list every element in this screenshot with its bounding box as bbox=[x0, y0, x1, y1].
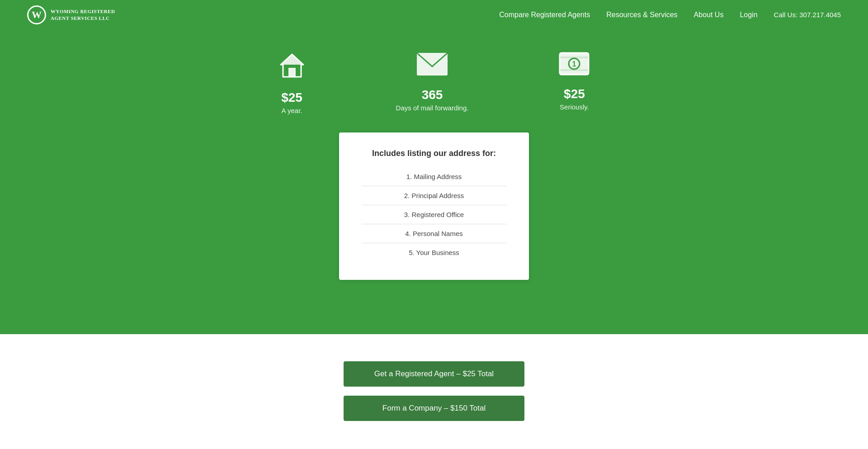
card-list: 1. Mailing Address 2. Principal Address … bbox=[362, 167, 506, 262]
svg-text:1: 1 bbox=[572, 60, 576, 68]
form-company-button[interactable]: Form a Company – $150 Total bbox=[344, 396, 524, 421]
feature-price-2: 365 bbox=[422, 88, 443, 102]
address-card: Includes listing our address for: 1. Mai… bbox=[339, 132, 529, 280]
feature-desc-2: Days of mail forwarding. bbox=[396, 104, 469, 112]
nav-resources-services[interactable]: Resources & Services bbox=[606, 11, 677, 19]
navbar: W WYOMING REGISTERED AGENT SERVICES LLC … bbox=[0, 0, 868, 29]
get-registered-agent-button[interactable]: Get a Registered Agent – $25 Total bbox=[344, 361, 524, 387]
envelope-icon bbox=[416, 52, 448, 81]
feature-price-3: $25 bbox=[564, 87, 585, 101]
nav-links: Compare Registered Agents Resources & Se… bbox=[499, 11, 841, 19]
feature-desc-3: Seriously. bbox=[560, 103, 589, 111]
card-title: Includes listing our address for: bbox=[362, 149, 506, 158]
nav-about-us[interactable]: About Us bbox=[694, 11, 724, 19]
logo[interactable]: W WYOMING REGISTERED AGENT SERVICES LLC bbox=[27, 5, 115, 24]
card-wrapper: Includes listing our address for: 1. Mai… bbox=[0, 132, 868, 280]
list-item: 1. Mailing Address bbox=[362, 167, 506, 186]
nav-login[interactable]: Login bbox=[740, 11, 757, 19]
svg-rect-9 bbox=[560, 69, 589, 71]
house-icon bbox=[278, 52, 306, 84]
list-item: 4. Personal Names bbox=[362, 224, 506, 243]
nav-compare-registered-agents[interactable]: Compare Registered Agents bbox=[499, 11, 590, 19]
svg-marker-2 bbox=[281, 54, 303, 65]
feature-envelope: 365 Days of mail forwarding. bbox=[396, 52, 469, 114]
svg-rect-8 bbox=[560, 57, 589, 58]
feature-house: $25 A year. bbox=[278, 52, 306, 114]
features-row: $25 A year. 365 Days of mail forwarding. bbox=[0, 52, 868, 114]
money-icon: 1 bbox=[559, 52, 590, 80]
nav-call-us[interactable]: Call Us: 307.217.4045 bbox=[774, 11, 841, 19]
logo-w-icon: W bbox=[27, 5, 46, 24]
feature-price-1: $25 bbox=[281, 90, 302, 105]
logo-text: WYOMING REGISTERED AGENT SERVICES LLC bbox=[51, 8, 115, 21]
svg-rect-1 bbox=[288, 68, 296, 77]
list-item: 2. Principal Address bbox=[362, 186, 506, 205]
feature-money: 1 $25 Seriously. bbox=[559, 52, 590, 114]
feature-desc-1: A year. bbox=[282, 107, 302, 114]
list-item: 5. Your Business bbox=[362, 243, 506, 262]
list-item: 3. Registered Office bbox=[362, 205, 506, 224]
hero-section: $25 A year. 365 Days of mail forwarding. bbox=[0, 29, 868, 334]
white-section: Get a Registered Agent – $25 Total Form … bbox=[0, 334, 868, 449]
